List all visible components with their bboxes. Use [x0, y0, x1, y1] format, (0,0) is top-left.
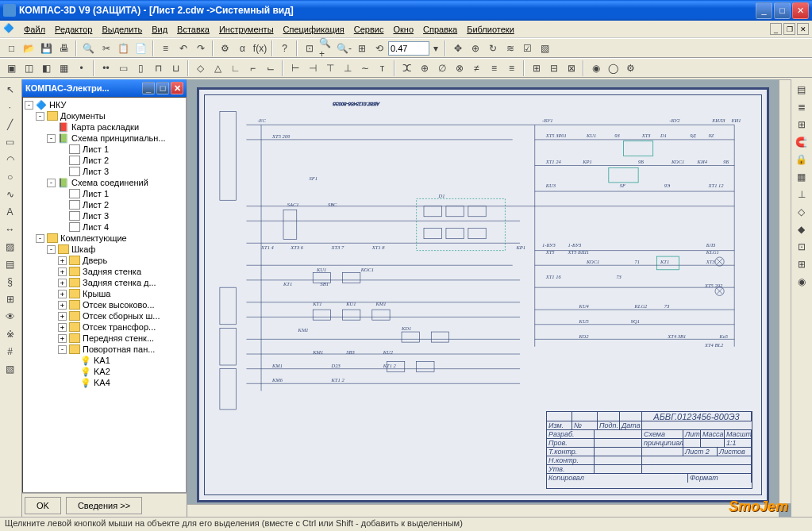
esd17-button[interactable]: ⊣ — [304, 60, 321, 76]
zoom-out-button[interactable]: 🔍- — [336, 40, 352, 56]
menu-select[interactable]: Выделить — [97, 23, 147, 36]
copy-button[interactable]: 📋 — [115, 40, 132, 56]
cut-button[interactable]: ✂ — [98, 40, 114, 56]
esd24-button[interactable]: ∅ — [433, 60, 450, 76]
menu-spec[interactable]: Спецификация — [279, 23, 349, 36]
standard-toolbar: □📂💾🖶🔍✂📋📄≡↶↷⚙αf(x)?⊡🔍+🔍-⊞⟲▾✥⊕↻≋☑▧ — [0, 38, 812, 58]
esd14-button[interactable]: ⌐ — [244, 60, 261, 76]
pan-button[interactable]: ✥ — [449, 40, 466, 56]
esd31-button[interactable]: ⊠ — [563, 60, 579, 76]
redo-button[interactable]: ↷ — [192, 40, 209, 56]
mdi-minimize[interactable]: _ — [770, 23, 782, 35]
esd15-button[interactable]: ⌙ — [262, 60, 279, 76]
titlebar: КОМПАС-3D V9 (ЗАЩИТА) - [Лист 2.cdw ->Си… — [0, 0, 812, 21]
preview-button[interactable]: 🔍 — [80, 40, 97, 56]
zoom-input[interactable] — [388, 41, 429, 56]
esd3-button[interactable]: ◧ — [38, 60, 55, 76]
window-buttons: _ □ ✕ — [756, 2, 809, 19]
mdi-restore[interactable]: ❐ — [783, 23, 795, 35]
menu-libs[interactable]: Библиотеки — [462, 23, 519, 36]
esd6-button[interactable]: •• — [98, 60, 114, 76]
esd10-button[interactable]: ⊔ — [167, 60, 184, 76]
esd1-button[interactable]: ▣ — [3, 60, 20, 76]
esd29-button[interactable]: ⊞ — [528, 60, 545, 76]
fx-button[interactable]: f(x) — [252, 40, 268, 56]
new-button[interactable]: □ — [3, 40, 20, 56]
esd7-button[interactable]: ▭ — [115, 60, 132, 76]
props-button[interactable]: ⚙ — [217, 40, 233, 56]
mdi-buttons: _ ❐ ✕ — [770, 23, 809, 35]
esd25-button[interactable]: ⊗ — [451, 60, 468, 76]
app-icon — [3, 4, 16, 17]
esd8-button[interactable]: ▯ — [133, 60, 149, 76]
window-title: КОМПАС-3D V9 (ЗАЩИТА) - [Лист 2.cdw ->Си… — [19, 5, 756, 16]
menu-view[interactable]: Вид — [147, 23, 172, 36]
esd2-button[interactable]: ◫ — [21, 60, 37, 76]
menu-file[interactable]: Файл — [19, 23, 50, 36]
esd28-button[interactable]: ≡ — [503, 60, 520, 76]
electrical-toolbar: ▣◫◧▦•••▭▯⊓⊔◇△∟⌐⌙⊢⊣⊤⊥∼тⵋ⊕∅⊗≠≡≡⊞⊟⊠◉◯⚙ — [0, 58, 812, 78]
esd23-button[interactable]: ⊕ — [416, 60, 433, 76]
wire-button[interactable]: ≋ — [502, 40, 518, 56]
esd4-button[interactable]: ▦ — [56, 60, 72, 76]
esd21-button[interactable]: т — [374, 60, 391, 76]
esd27-button[interactable]: ≡ — [486, 60, 502, 76]
zoom-dropdown[interactable]: ▾ — [430, 40, 441, 56]
esd30-button[interactable]: ⊟ — [545, 60, 562, 76]
menu-service[interactable]: Сервис — [349, 23, 389, 36]
format-button[interactable]: ≡ — [157, 40, 174, 56]
move-button[interactable]: ⊕ — [467, 40, 483, 56]
esd26-button[interactable]: ≠ — [468, 60, 485, 76]
mdi-close[interactable]: ✕ — [797, 23, 809, 35]
esd12-button[interactable]: △ — [210, 60, 226, 76]
esd34-button[interactable]: ⚙ — [622, 60, 639, 76]
open-button[interactable]: 📂 — [21, 40, 37, 56]
esd18-button[interactable]: ⊤ — [321, 60, 338, 76]
zoom-fit-button[interactable]: ⊞ — [353, 40, 370, 56]
undo-button[interactable]: ↶ — [175, 40, 191, 56]
color-button[interactable]: ▧ — [537, 40, 553, 56]
zoom-prev-button[interactable]: ⟲ — [371, 40, 387, 56]
rotate-button[interactable]: ↻ — [484, 40, 501, 56]
esd32-button[interactable]: ◉ — [587, 60, 604, 76]
help-button[interactable]: ? — [276, 40, 293, 56]
vars-button[interactable]: α — [234, 40, 251, 56]
zoom-in-button[interactable]: 🔍+ — [318, 40, 335, 56]
esd19-button[interactable]: ⊥ — [339, 60, 356, 76]
esd13-button[interactable]: ∟ — [227, 60, 244, 76]
close-button[interactable]: ✕ — [792, 2, 809, 19]
esd9-button[interactable]: ⊓ — [150, 60, 167, 76]
esd22-button[interactable]: ⵋ — [398, 60, 415, 76]
menu-editor[interactable]: Редактор — [50, 23, 97, 36]
maximize-button[interactable]: □ — [774, 2, 791, 19]
minimize-button[interactable]: _ — [756, 2, 772, 19]
app-menu-icon: 🔷 — [3, 23, 16, 36]
esd5-button[interactable]: • — [73, 60, 90, 76]
esd20-button[interactable]: ∼ — [356, 60, 373, 76]
menu-insert[interactable]: Вставка — [172, 23, 214, 36]
props-button[interactable]: ☑ — [519, 40, 536, 56]
menu-help[interactable]: Справка — [418, 23, 462, 36]
esd33-button[interactable]: ◯ — [605, 60, 622, 76]
menu-tools[interactable]: Инструменты — [214, 23, 279, 36]
esd11-button[interactable]: ◇ — [192, 60, 209, 76]
menubar: 🔷 Файл Редактор Выделить Вид Вставка Инс… — [0, 21, 812, 38]
save-button[interactable]: 💾 — [38, 40, 55, 56]
esd16-button[interactable]: ⊢ — [287, 60, 303, 76]
zoom-region-button[interactable]: ⊡ — [301, 40, 317, 56]
menu-window[interactable]: Окно — [388, 23, 418, 36]
print-button[interactable]: 🖶 — [56, 40, 72, 56]
paste-button[interactable]: 📄 — [133, 40, 149, 56]
